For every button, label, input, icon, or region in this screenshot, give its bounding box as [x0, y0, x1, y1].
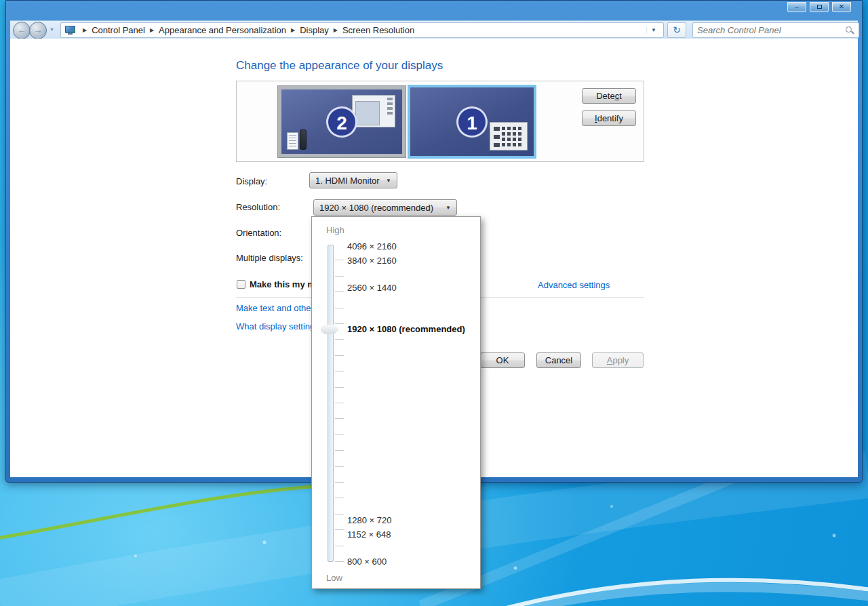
- refresh-icon: ↻: [673, 24, 681, 35]
- apply-label: pply: [612, 355, 629, 365]
- resolution-option[interactable]: 1280 × 720: [347, 515, 391, 525]
- maximize-icon: [817, 5, 822, 9]
- monitor-2-window-thumbnail: [352, 95, 395, 127]
- refresh-button[interactable]: ↻: [667, 22, 686, 38]
- slider-tick-marks: [335, 245, 344, 563]
- resolution-option[interactable]: 800 × 600: [347, 557, 387, 567]
- resolution-option[interactable]: 3840 × 2160: [347, 256, 397, 266]
- search-box[interactable]: [692, 22, 859, 38]
- forward-button[interactable]: →: [29, 22, 47, 39]
- breadcrumb-separator-icon: ▶: [286, 27, 300, 33]
- text-size-link[interactable]: Make text and other: [236, 303, 314, 313]
- breadcrumb-separator-icon: ▶: [78, 27, 92, 33]
- recent-pages-dropdown[interactable]: ▼: [50, 27, 54, 32]
- display-settings-help-link[interactable]: What display setting: [236, 321, 315, 331]
- main-display-checkbox[interactable]: [237, 280, 245, 289]
- detect-label-end: t: [619, 91, 622, 101]
- monitor-2-number: 2: [326, 106, 357, 138]
- breadcrumb-display[interactable]: Display: [300, 25, 329, 35]
- apply-button: Apply: [592, 352, 644, 368]
- back-icon: ←: [18, 25, 26, 35]
- navigation-bar: ← → ▼ ▶ Control Panel ▶ Appearance and P…: [10, 20, 858, 39]
- detect-label: Dete: [596, 91, 614, 101]
- high-label: High: [326, 225, 344, 235]
- monitor-1-selected[interactable]: 1: [408, 85, 536, 159]
- multiple-displays-label: Multiple displays:: [236, 253, 303, 263]
- close-icon: ✕: [839, 3, 844, 10]
- breadcrumb-separator-icon: ▶: [329, 27, 342, 33]
- breadcrumb-separator-icon: ▶: [145, 27, 159, 33]
- resolution-option[interactable]: 2560 × 1440: [347, 283, 397, 293]
- resolution-dropdown-value: 1920 × 1080 (recommended): [319, 203, 433, 213]
- chevron-down-icon: ▼: [440, 205, 451, 211]
- resolution-option-selected[interactable]: 1920 × 1080 (recommended): [347, 324, 465, 334]
- resolution-option[interactable]: 4096 × 2160: [347, 241, 397, 251]
- display-dropdown[interactable]: 1. HDMI Monitor ▼: [309, 172, 397, 188]
- monitor-2-phone-icon: [300, 129, 307, 150]
- identify-button[interactable]: Identify: [582, 110, 636, 126]
- detect-button[interactable]: Detect: [582, 88, 636, 104]
- monitor-2[interactable]: 2: [278, 86, 406, 157]
- monitor-2-document-icon: [287, 132, 298, 150]
- cancel-button[interactable]: Cancel: [536, 352, 581, 368]
- orientation-label: Orientation:: [236, 228, 281, 238]
- search-icon: [845, 26, 854, 35]
- page-title: Change the appearance of your displays: [236, 59, 443, 73]
- resolution-slider-popup: High 4096 × 2160 3840 × 2160 2560 × 1440…: [311, 216, 481, 589]
- address-dropdown-button[interactable]: ▼: [646, 27, 660, 33]
- minimize-button[interactable]: –: [787, 2, 806, 12]
- monitor-1-keypad-icon: [490, 122, 528, 150]
- close-button[interactable]: ✕: [832, 2, 851, 12]
- resolution-label: Resolution:: [236, 202, 280, 212]
- forward-icon: →: [34, 25, 43, 35]
- display-dropdown-value: 1. HDMI Monitor: [315, 176, 380, 186]
- breadcrumb-control-panel[interactable]: Control Panel: [92, 25, 145, 35]
- control-panel-icon: [65, 26, 75, 35]
- titlebar[interactable]: – ✕: [6, 1, 862, 21]
- low-label: Low: [326, 573, 342, 583]
- identify-label: dentify: [597, 113, 623, 123]
- address-bar[interactable]: ▶ Control Panel ▶ Appearance and Persona…: [60, 22, 664, 38]
- resolution-slider-track[interactable]: [328, 245, 334, 562]
- minimize-icon: –: [795, 3, 799, 10]
- advanced-settings-link[interactable]: Advanced settings: [538, 280, 610, 290]
- resolution-option[interactable]: 1152 × 648: [347, 529, 391, 540]
- resolution-dropdown[interactable]: 1920 × 1080 (recommended) ▼: [313, 199, 457, 216]
- back-button[interactable]: ←: [13, 22, 31, 39]
- display-label: Display:: [236, 176, 267, 186]
- main-display-checkbox-label: Make this my ma: [250, 279, 320, 289]
- monitor-1-number: 1: [456, 106, 488, 138]
- chevron-down-icon: ▼: [380, 178, 391, 184]
- breadcrumb-appearance-personalization[interactable]: Appearance and Personalization: [159, 25, 286, 35]
- search-input[interactable]: [697, 25, 845, 35]
- ok-button[interactable]: OK: [480, 352, 525, 368]
- main-display-checkbox-row: Make this my ma: [237, 279, 321, 289]
- maximize-button[interactable]: [810, 2, 829, 12]
- breadcrumb-screen-resolution[interactable]: Screen Resolution: [342, 25, 414, 35]
